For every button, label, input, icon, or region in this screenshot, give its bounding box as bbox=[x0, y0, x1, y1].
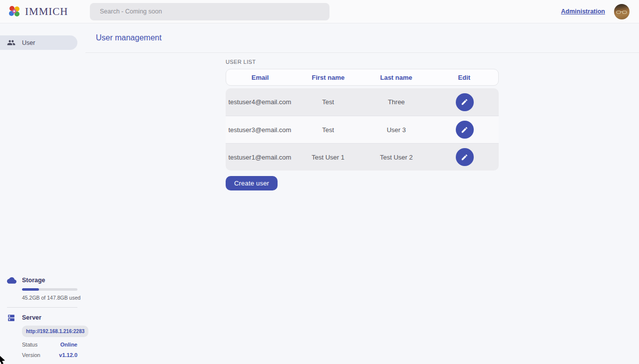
server-title: Server bbox=[22, 314, 77, 321]
cell-first-name: Test User 1 bbox=[294, 154, 362, 161]
brand-logo[interactable]: IMMICH bbox=[0, 5, 90, 18]
mouse-cursor bbox=[0, 355, 6, 364]
cloud-icon bbox=[7, 276, 16, 284]
page-title: User management bbox=[96, 33, 162, 42]
dns-server-icon bbox=[7, 314, 15, 322]
storage-usage-text: 45.2GB of 147.8GB used bbox=[22, 295, 77, 301]
server-section: Server http://192.168.1.216:2283 Status … bbox=[7, 314, 77, 358]
pencil-icon bbox=[461, 154, 468, 161]
users-group-icon bbox=[7, 38, 15, 47]
storage-progress-bar bbox=[22, 288, 77, 291]
sunglasses-icon bbox=[616, 10, 628, 14]
search-bar bbox=[90, 3, 329, 20]
title-strip: User management bbox=[85, 23, 639, 53]
cell-first-name: Test bbox=[294, 126, 362, 134]
column-header-first-name: First name bbox=[294, 74, 362, 81]
status-label: Status bbox=[22, 342, 37, 348]
brand-name: IMMICH bbox=[25, 5, 68, 18]
sidebar-item-users[interactable]: User bbox=[0, 35, 77, 50]
server-url-badge: http://192.168.1.216:2283 bbox=[22, 326, 88, 337]
table-header-row: Email First name Last name Edit bbox=[226, 69, 499, 86]
footer-divider bbox=[7, 307, 77, 308]
cell-email: testuser3@email.com bbox=[226, 126, 294, 134]
edit-user-button[interactable] bbox=[456, 93, 474, 111]
top-navbar: IMMICH Administration bbox=[0, 0, 639, 23]
cell-last-name: User 3 bbox=[362, 126, 431, 134]
table-row: testuser1@email.com Test User 1 Test Use… bbox=[226, 143, 499, 171]
cell-last-name: Three bbox=[362, 98, 431, 106]
edit-user-button[interactable] bbox=[456, 121, 474, 139]
administration-link[interactable]: Administration bbox=[561, 8, 605, 15]
table-row: testuser3@email.com Test User 3 bbox=[226, 116, 499, 143]
create-user-button[interactable]: Create user bbox=[226, 176, 278, 190]
immich-flower-icon bbox=[8, 5, 21, 18]
table-row: testuser4@email.com Test Three bbox=[226, 88, 499, 116]
cell-email: testuser1@email.com bbox=[226, 154, 294, 161]
server-version-row: Version v1.12.0 bbox=[22, 352, 77, 358]
user-avatar[interactable] bbox=[614, 4, 630, 19]
status-value: Online bbox=[60, 342, 77, 348]
sidebar-footer: Storage 45.2GB of 147.8GB used Server ht… bbox=[0, 277, 85, 358]
section-label: USER LIST bbox=[226, 59, 499, 65]
version-value: v1.12.0 bbox=[59, 352, 77, 358]
user-list-panel: USER LIST Email First name Last name Edi… bbox=[226, 59, 499, 190]
version-label: Version bbox=[22, 352, 40, 358]
column-header-edit: Edit bbox=[430, 74, 498, 81]
search-input[interactable] bbox=[90, 3, 329, 20]
storage-progress-fill bbox=[22, 288, 39, 291]
storage-section: Storage 45.2GB of 147.8GB used bbox=[7, 277, 77, 301]
main-panel: User management USER LIST Email First na… bbox=[85, 23, 639, 364]
pencil-icon bbox=[461, 98, 468, 106]
navbar-right: Administration bbox=[561, 4, 639, 19]
column-header-last-name: Last name bbox=[362, 74, 430, 81]
edit-user-button[interactable] bbox=[456, 148, 474, 166]
cell-last-name: Test User 2 bbox=[362, 154, 431, 161]
column-header-email: Email bbox=[226, 74, 294, 81]
sidebar: User Storage 45.2GB of 147.8GB used Serv… bbox=[0, 23, 85, 364]
storage-title: Storage bbox=[22, 277, 77, 284]
table-body: testuser4@email.com Test Three testuser3… bbox=[226, 88, 499, 171]
server-status-row: Status Online bbox=[22, 342, 77, 348]
cell-email: testuser4@email.com bbox=[226, 98, 294, 106]
sidebar-item-label: User bbox=[22, 39, 35, 46]
pencil-icon bbox=[461, 126, 468, 134]
cell-first-name: Test bbox=[294, 98, 362, 106]
